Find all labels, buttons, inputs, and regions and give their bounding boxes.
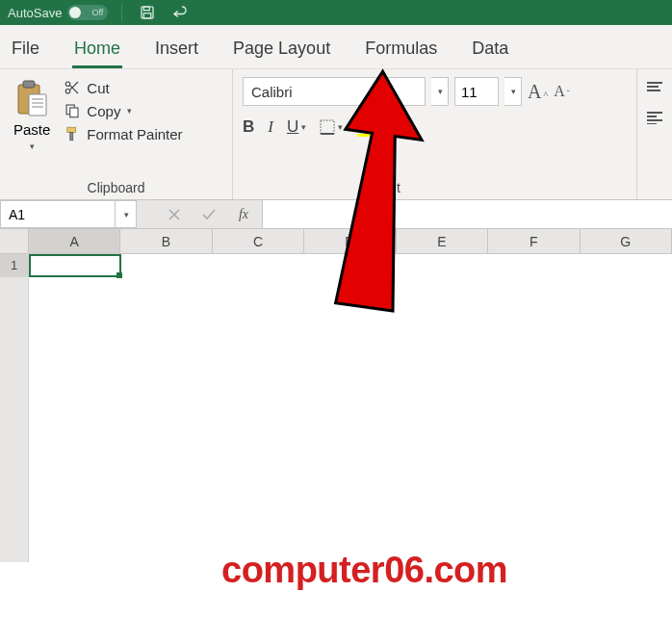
font-color-swatch (393, 133, 406, 136)
group-clipboard: Paste ▾ Cut Copy ▾ Format Painter C (0, 69, 233, 199)
tab-home[interactable]: Home (72, 31, 122, 68)
tab-data[interactable]: Data (470, 31, 510, 68)
font-size-dropdown[interactable]: ▾ (504, 77, 522, 106)
cut-button[interactable]: Cut (64, 79, 182, 96)
font-color-a: A (395, 118, 405, 132)
tab-page-layout[interactable]: Page Layout (231, 31, 332, 68)
column-header-c[interactable]: C (213, 229, 304, 253)
insert-function-button[interactable]: fx (231, 202, 256, 227)
ribbon: Paste ▾ Cut Copy ▾ Format Painter C (0, 69, 672, 200)
chevron-down-icon: ▾ (375, 122, 379, 132)
save-icon[interactable] (136, 1, 159, 24)
toggle-state: Off (92, 8, 104, 17)
chevron-down-icon: ▾ (511, 87, 516, 96)
format-painter-label: Format Painter (87, 126, 182, 142)
column-headers: A B C D E F G (0, 229, 672, 254)
borders-icon (320, 119, 335, 135)
paste-icon (15, 79, 48, 117)
cut-label: Cut (87, 80, 109, 96)
font-color-button[interactable]: A ▾ (393, 118, 414, 136)
row-header-1[interactable]: 1 (0, 254, 28, 277)
paintbrush-icon (64, 125, 81, 142)
underline-label: U (287, 117, 298, 137)
name-box[interactable]: A1 (0, 200, 116, 228)
name-box-dropdown[interactable]: ▾ (116, 200, 137, 228)
align-left-button[interactable] (645, 111, 664, 127)
chevron-down-icon: ▾ (127, 106, 132, 116)
column-header-d[interactable]: D (304, 229, 396, 253)
chevron-down-icon: ▾ (124, 210, 129, 219)
select-all-corner[interactable] (0, 229, 29, 253)
font-name-combo[interactable]: Calibri (243, 77, 426, 106)
font-group-label-fragment: t (243, 176, 627, 195)
column-header-e[interactable]: E (397, 229, 488, 253)
undo-icon[interactable] (168, 1, 192, 24)
chevron-down-icon: ▾ (301, 122, 306, 132)
toggle-switch[interactable]: Off (67, 5, 108, 20)
format-painter-button[interactable]: Format Painter (64, 125, 182, 142)
formula-bar-row: A1 ▾ fx (0, 200, 672, 229)
fill-bucket-icon (356, 117, 372, 133)
ribbon-tabs: File Home Insert Page Layout Formulas Da… (0, 25, 672, 69)
fill-handle[interactable] (116, 272, 122, 278)
enter-formula-button[interactable] (196, 202, 221, 227)
font-size-combo[interactable]: 11 (454, 77, 499, 106)
column-header-a[interactable]: A (29, 229, 120, 253)
copy-icon (64, 102, 81, 119)
chevron-down-icon: ▾ (409, 122, 414, 132)
autosave-toggle[interactable]: AutoSave Off (8, 5, 108, 20)
column-header-b[interactable]: B (120, 229, 212, 253)
svg-rect-4 (23, 81, 35, 88)
tab-insert[interactable]: Insert (153, 31, 200, 68)
row-headers: 1 (0, 254, 29, 562)
underline-button[interactable]: U ▾ (287, 117, 306, 137)
svg-rect-1 (144, 7, 150, 11)
svg-rect-17 (321, 120, 334, 134)
bold-button[interactable]: B (243, 117, 254, 137)
copy-button[interactable]: Copy ▾ (64, 102, 182, 119)
title-bar: AutoSave Off (0, 0, 672, 25)
align-top-button[interactable] (645, 81, 664, 97)
decrease-font-button[interactable]: Aˇ (554, 83, 570, 100)
qat-separator (121, 4, 122, 21)
cells-area[interactable] (29, 254, 672, 562)
scissors-icon (64, 79, 81, 96)
tab-formulas[interactable]: Formulas (363, 31, 439, 68)
chevron-down-icon: ▾ (338, 122, 343, 132)
column-header-g[interactable]: G (581, 229, 672, 253)
paste-label: Paste (13, 121, 50, 138)
svg-point-19 (368, 127, 371, 130)
svg-rect-2 (144, 13, 152, 18)
copy-label: Copy (87, 103, 120, 119)
group-alignment (637, 69, 672, 199)
svg-rect-15 (67, 127, 76, 132)
worksheet-grid[interactable]: 1 (0, 254, 672, 562)
check-icon (202, 209, 216, 220)
autosave-label: AutoSave (8, 6, 62, 20)
fill-color-swatch (357, 134, 371, 137)
svg-rect-5 (29, 94, 46, 116)
column-header-f[interactable]: F (488, 229, 580, 253)
formula-bar[interactable] (262, 200, 672, 228)
increase-font-button[interactable]: A^ (528, 81, 548, 103)
cancel-formula-button[interactable] (162, 202, 187, 227)
borders-button[interactable]: ▾ (320, 119, 343, 135)
group-font: Calibri ▾ 11 ▾ A^ Aˇ B I U ▾ ▾ (233, 69, 637, 199)
paste-button[interactable]: Paste ▾ (10, 77, 54, 153)
x-icon (168, 209, 180, 220)
clipboard-group-label: Clipboard (10, 176, 222, 195)
font-name-dropdown[interactable]: ▾ (431, 77, 449, 106)
chevron-down-icon: ▾ (438, 87, 443, 96)
chevron-down-icon: ▾ (30, 142, 35, 151)
svg-rect-16 (70, 133, 73, 141)
active-cell[interactable] (29, 254, 121, 277)
italic-button[interactable]: I (268, 117, 273, 137)
watermark-text: computer06.com (221, 550, 507, 591)
fill-color-button[interactable]: ▾ (356, 117, 379, 137)
tab-file[interactable]: File (10, 31, 41, 68)
svg-rect-14 (70, 108, 78, 117)
